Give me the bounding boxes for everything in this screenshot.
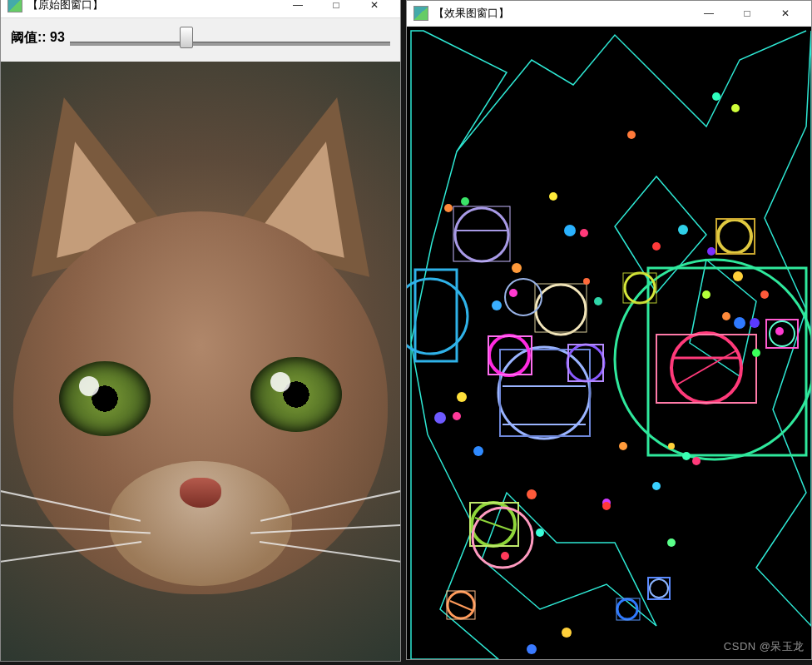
svg-point-62: [652, 242, 661, 251]
minimize-button[interactable]: —: [690, 1, 728, 26]
svg-point-17: [489, 335, 529, 375]
svg-point-61: [667, 538, 676, 547]
svg-point-19: [536, 285, 586, 335]
threshold-slider-row: 阈值:: 93: [1, 18, 400, 62]
svg-point-56: [562, 628, 572, 638]
svg-point-40: [461, 197, 469, 206]
window-title: 【效果图窗口】: [433, 6, 509, 21]
svg-point-43: [580, 229, 588, 237]
svg-point-44: [512, 263, 522, 273]
threshold-value: 93: [50, 30, 65, 44]
svg-point-75: [627, 131, 636, 139]
watermark: CSDN @呆玉龙: [724, 639, 805, 654]
svg-point-1: [615, 260, 811, 459]
maximize-button[interactable]: □: [317, 0, 355, 17]
svg-point-69: [752, 349, 760, 357]
slider-thumb[interactable]: [180, 27, 193, 48]
svg-point-10: [455, 208, 508, 261]
svg-point-54: [536, 529, 544, 537]
svg-point-73: [712, 92, 720, 101]
svg-point-59: [652, 482, 661, 490]
effect-image-window: 【效果图窗口】 — □ ✕ CSDN @呆玉龙: [406, 0, 812, 660]
svg-point-66: [760, 290, 769, 299]
svg-point-45: [492, 300, 502, 310]
close-button[interactable]: ✕: [355, 0, 394, 17]
svg-point-64: [707, 247, 715, 256]
svg-point-21: [505, 279, 542, 315]
minimize-button[interactable]: —: [279, 0, 317, 17]
titlebar[interactable]: 【原始图窗口】 — □ ✕: [1, 0, 400, 18]
window-title: 【原始图窗口】: [27, 0, 103, 12]
svg-point-57: [527, 644, 537, 654]
svg-point-76: [602, 502, 611, 510]
svg-point-28: [625, 273, 655, 303]
app-icon: [413, 6, 428, 21]
maximize-button[interactable]: □: [728, 1, 766, 26]
svg-point-60: [619, 442, 627, 450]
svg-point-78: [692, 457, 701, 465]
svg-point-70: [702, 290, 710, 299]
svg-line-32: [450, 601, 473, 611]
svg-point-51: [473, 446, 483, 456]
svg-point-38: [650, 579, 668, 598]
svg-point-52: [453, 412, 461, 420]
svg-rect-37: [648, 578, 670, 599]
svg-point-50: [434, 412, 446, 424]
app-icon: [7, 0, 22, 12]
svg-point-26: [718, 220, 751, 253]
svg-point-53: [527, 489, 537, 499]
svg-point-79: [668, 443, 675, 449]
svg-point-77: [682, 452, 691, 460]
svg-line-25: [475, 518, 513, 531]
close-button[interactable]: ✕: [766, 1, 805, 26]
svg-point-48: [583, 278, 590, 285]
svg-point-41: [549, 192, 557, 201]
svg-point-47: [594, 297, 602, 305]
svg-point-67: [750, 318, 760, 328]
svg-point-46: [509, 289, 517, 297]
svg-point-39: [444, 204, 453, 212]
threshold-slider[interactable]: [70, 25, 390, 50]
svg-point-55: [501, 552, 509, 560]
svg-point-74: [731, 104, 740, 112]
svg-point-71: [722, 312, 730, 320]
svg-point-72: [734, 317, 745, 329]
svg-point-63: [678, 225, 688, 235]
svg-point-42: [564, 225, 576, 236]
threshold-label: 阈值:: 93: [11, 29, 65, 47]
effect-image: CSDN @呆玉龙: [407, 27, 811, 659]
titlebar[interactable]: 【效果图窗口】 — □ ✕: [407, 1, 811, 27]
svg-rect-9: [500, 350, 590, 436]
svg-point-49: [457, 392, 467, 402]
source-image-window: 【原始图窗口】 — □ ✕ 阈值:: 93: [0, 0, 401, 662]
source-image: [1, 62, 400, 661]
svg-point-65: [733, 271, 743, 281]
svg-point-68: [775, 327, 784, 335]
